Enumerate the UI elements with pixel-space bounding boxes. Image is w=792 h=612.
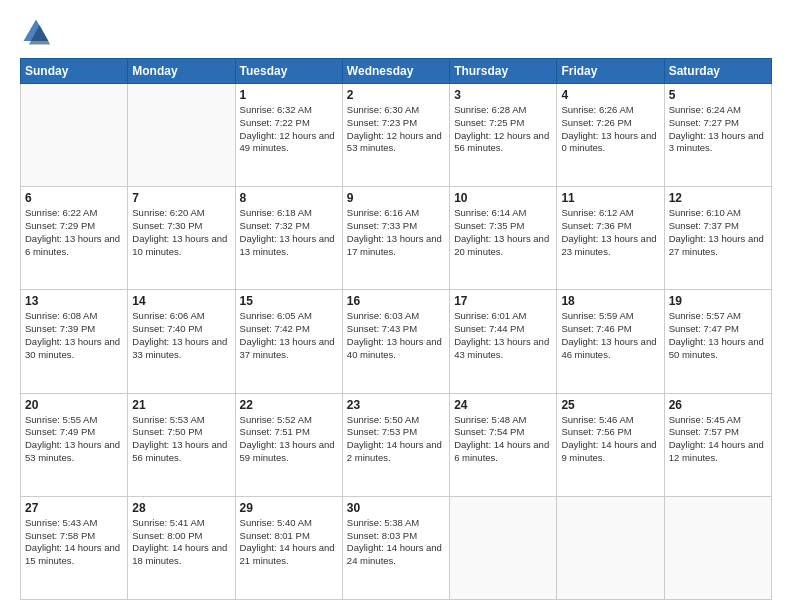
day-number: 15	[240, 294, 338, 308]
calendar-cell: 11Sunrise: 6:12 AM Sunset: 7:36 PM Dayli…	[557, 187, 664, 290]
day-info: Sunrise: 6:18 AM Sunset: 7:32 PM Dayligh…	[240, 207, 338, 258]
calendar-cell: 12Sunrise: 6:10 AM Sunset: 7:37 PM Dayli…	[664, 187, 771, 290]
weekday-header-cell: Thursday	[450, 59, 557, 84]
calendar-cell: 16Sunrise: 6:03 AM Sunset: 7:43 PM Dayli…	[342, 290, 449, 393]
calendar-cell: 13Sunrise: 6:08 AM Sunset: 7:39 PM Dayli…	[21, 290, 128, 393]
calendar-cell: 24Sunrise: 5:48 AM Sunset: 7:54 PM Dayli…	[450, 393, 557, 496]
day-number: 10	[454, 191, 552, 205]
calendar-cell: 4Sunrise: 6:26 AM Sunset: 7:26 PM Daylig…	[557, 84, 664, 187]
weekday-header-cell: Sunday	[21, 59, 128, 84]
calendar-row: 27Sunrise: 5:43 AM Sunset: 7:58 PM Dayli…	[21, 496, 772, 599]
day-number: 5	[669, 88, 767, 102]
day-number: 2	[347, 88, 445, 102]
calendar-cell: 14Sunrise: 6:06 AM Sunset: 7:40 PM Dayli…	[128, 290, 235, 393]
calendar-cell: 25Sunrise: 5:46 AM Sunset: 7:56 PM Dayli…	[557, 393, 664, 496]
weekday-header-cell: Monday	[128, 59, 235, 84]
day-number: 28	[132, 501, 230, 515]
weekday-header-cell: Tuesday	[235, 59, 342, 84]
day-info: Sunrise: 5:41 AM Sunset: 8:00 PM Dayligh…	[132, 517, 230, 568]
calendar: SundayMondayTuesdayWednesdayThursdayFrid…	[20, 58, 772, 600]
day-number: 25	[561, 398, 659, 412]
day-number: 12	[669, 191, 767, 205]
calendar-cell: 23Sunrise: 5:50 AM Sunset: 7:53 PM Dayli…	[342, 393, 449, 496]
day-number: 14	[132, 294, 230, 308]
day-info: Sunrise: 5:50 AM Sunset: 7:53 PM Dayligh…	[347, 414, 445, 465]
calendar-cell: 2Sunrise: 6:30 AM Sunset: 7:23 PM Daylig…	[342, 84, 449, 187]
calendar-cell: 7Sunrise: 6:20 AM Sunset: 7:30 PM Daylig…	[128, 187, 235, 290]
calendar-cell: 22Sunrise: 5:52 AM Sunset: 7:51 PM Dayli…	[235, 393, 342, 496]
day-number: 8	[240, 191, 338, 205]
day-info: Sunrise: 6:14 AM Sunset: 7:35 PM Dayligh…	[454, 207, 552, 258]
calendar-cell: 27Sunrise: 5:43 AM Sunset: 7:58 PM Dayli…	[21, 496, 128, 599]
day-info: Sunrise: 6:05 AM Sunset: 7:42 PM Dayligh…	[240, 310, 338, 361]
calendar-cell	[664, 496, 771, 599]
day-info: Sunrise: 5:59 AM Sunset: 7:46 PM Dayligh…	[561, 310, 659, 361]
calendar-cell: 10Sunrise: 6:14 AM Sunset: 7:35 PM Dayli…	[450, 187, 557, 290]
day-info: Sunrise: 6:16 AM Sunset: 7:33 PM Dayligh…	[347, 207, 445, 258]
day-info: Sunrise: 5:57 AM Sunset: 7:47 PM Dayligh…	[669, 310, 767, 361]
day-info: Sunrise: 5:40 AM Sunset: 8:01 PM Dayligh…	[240, 517, 338, 568]
calendar-cell: 26Sunrise: 5:45 AM Sunset: 7:57 PM Dayli…	[664, 393, 771, 496]
calendar-cell: 17Sunrise: 6:01 AM Sunset: 7:44 PM Dayli…	[450, 290, 557, 393]
day-info: Sunrise: 6:10 AM Sunset: 7:37 PM Dayligh…	[669, 207, 767, 258]
day-number: 23	[347, 398, 445, 412]
day-info: Sunrise: 6:28 AM Sunset: 7:25 PM Dayligh…	[454, 104, 552, 155]
calendar-cell: 5Sunrise: 6:24 AM Sunset: 7:27 PM Daylig…	[664, 84, 771, 187]
weekday-header-row: SundayMondayTuesdayWednesdayThursdayFrid…	[21, 59, 772, 84]
day-number: 27	[25, 501, 123, 515]
day-number: 11	[561, 191, 659, 205]
day-info: Sunrise: 6:01 AM Sunset: 7:44 PM Dayligh…	[454, 310, 552, 361]
day-number: 19	[669, 294, 767, 308]
day-info: Sunrise: 5:45 AM Sunset: 7:57 PM Dayligh…	[669, 414, 767, 465]
day-info: Sunrise: 6:06 AM Sunset: 7:40 PM Dayligh…	[132, 310, 230, 361]
day-number: 1	[240, 88, 338, 102]
calendar-cell: 28Sunrise: 5:41 AM Sunset: 8:00 PM Dayli…	[128, 496, 235, 599]
weekday-header-cell: Saturday	[664, 59, 771, 84]
logo-icon	[20, 16, 52, 48]
day-info: Sunrise: 5:43 AM Sunset: 7:58 PM Dayligh…	[25, 517, 123, 568]
day-number: 16	[347, 294, 445, 308]
calendar-row: 13Sunrise: 6:08 AM Sunset: 7:39 PM Dayli…	[21, 290, 772, 393]
calendar-cell: 21Sunrise: 5:53 AM Sunset: 7:50 PM Dayli…	[128, 393, 235, 496]
page: SundayMondayTuesdayWednesdayThursdayFrid…	[0, 0, 792, 612]
weekday-header-cell: Wednesday	[342, 59, 449, 84]
day-info: Sunrise: 5:55 AM Sunset: 7:49 PM Dayligh…	[25, 414, 123, 465]
calendar-cell: 30Sunrise: 5:38 AM Sunset: 8:03 PM Dayli…	[342, 496, 449, 599]
calendar-cell: 8Sunrise: 6:18 AM Sunset: 7:32 PM Daylig…	[235, 187, 342, 290]
day-info: Sunrise: 6:26 AM Sunset: 7:26 PM Dayligh…	[561, 104, 659, 155]
day-info: Sunrise: 6:08 AM Sunset: 7:39 PM Dayligh…	[25, 310, 123, 361]
day-info: Sunrise: 6:03 AM Sunset: 7:43 PM Dayligh…	[347, 310, 445, 361]
calendar-cell: 20Sunrise: 5:55 AM Sunset: 7:49 PM Dayli…	[21, 393, 128, 496]
calendar-body: 1Sunrise: 6:32 AM Sunset: 7:22 PM Daylig…	[21, 84, 772, 600]
calendar-cell: 18Sunrise: 5:59 AM Sunset: 7:46 PM Dayli…	[557, 290, 664, 393]
day-number: 9	[347, 191, 445, 205]
day-number: 21	[132, 398, 230, 412]
calendar-cell	[557, 496, 664, 599]
header	[20, 16, 772, 48]
calendar-cell: 1Sunrise: 6:32 AM Sunset: 7:22 PM Daylig…	[235, 84, 342, 187]
day-number: 30	[347, 501, 445, 515]
calendar-cell	[128, 84, 235, 187]
day-number: 18	[561, 294, 659, 308]
calendar-cell	[21, 84, 128, 187]
day-number: 29	[240, 501, 338, 515]
day-info: Sunrise: 5:52 AM Sunset: 7:51 PM Dayligh…	[240, 414, 338, 465]
calendar-cell: 29Sunrise: 5:40 AM Sunset: 8:01 PM Dayli…	[235, 496, 342, 599]
day-info: Sunrise: 6:32 AM Sunset: 7:22 PM Dayligh…	[240, 104, 338, 155]
calendar-cell: 9Sunrise: 6:16 AM Sunset: 7:33 PM Daylig…	[342, 187, 449, 290]
day-info: Sunrise: 5:53 AM Sunset: 7:50 PM Dayligh…	[132, 414, 230, 465]
calendar-cell	[450, 496, 557, 599]
day-number: 13	[25, 294, 123, 308]
day-info: Sunrise: 5:46 AM Sunset: 7:56 PM Dayligh…	[561, 414, 659, 465]
day-number: 3	[454, 88, 552, 102]
day-info: Sunrise: 6:30 AM Sunset: 7:23 PM Dayligh…	[347, 104, 445, 155]
calendar-cell: 15Sunrise: 6:05 AM Sunset: 7:42 PM Dayli…	[235, 290, 342, 393]
calendar-cell: 19Sunrise: 5:57 AM Sunset: 7:47 PM Dayli…	[664, 290, 771, 393]
day-info: Sunrise: 6:24 AM Sunset: 7:27 PM Dayligh…	[669, 104, 767, 155]
day-info: Sunrise: 5:38 AM Sunset: 8:03 PM Dayligh…	[347, 517, 445, 568]
day-number: 6	[25, 191, 123, 205]
day-info: Sunrise: 6:22 AM Sunset: 7:29 PM Dayligh…	[25, 207, 123, 258]
day-info: Sunrise: 6:20 AM Sunset: 7:30 PM Dayligh…	[132, 207, 230, 258]
calendar-cell: 3Sunrise: 6:28 AM Sunset: 7:25 PM Daylig…	[450, 84, 557, 187]
calendar-row: 20Sunrise: 5:55 AM Sunset: 7:49 PM Dayli…	[21, 393, 772, 496]
